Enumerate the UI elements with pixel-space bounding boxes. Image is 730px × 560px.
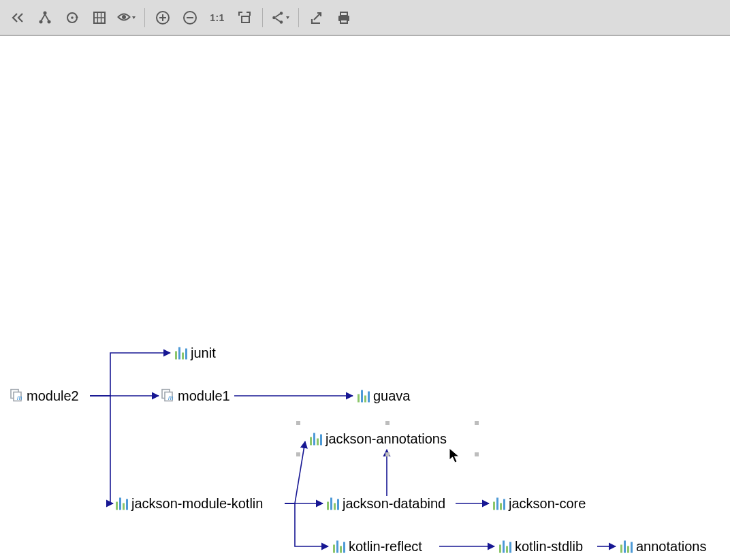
svg-point-0 [44,11,47,14]
node-jackson-core[interactable]: jackson-core [492,496,586,512]
grid-icon [92,10,107,25]
toolbar-separator [144,8,145,27]
svg-point-2 [48,20,51,23]
svg-marker-13 [132,16,136,19]
edge-module2-junit [90,353,170,396]
find-cycle-button[interactable] [59,4,86,31]
svg-text:m: m [168,394,174,401]
node-junit[interactable]: junit [174,345,216,361]
library-icon [174,347,189,359]
toolbar: 1:1 [0,0,730,36]
node-label: jackson-annotations [326,431,447,447]
toolbar-group-zoom: 1:1 [149,0,258,35]
svg-point-1 [39,20,43,23]
library-icon [115,497,130,510]
library-icon [326,497,341,510]
toolbar-separator [298,8,299,27]
node-label: jackson-databind [343,496,445,512]
dependency-diagram[interactable]: m module2 m module1 junit guava jackson [0,36,730,560]
svg-line-26 [314,13,321,20]
node-kotlin-reflect[interactable]: kotlin-reflect [332,539,422,555]
module-icon: m [10,388,25,403]
node-label: jackson-module-kotlin [131,496,263,512]
module-icon: m [161,388,176,403]
zoom-out-icon [182,10,197,25]
node-label: annotations [636,539,706,555]
chevrons-left-icon [10,10,25,25]
cycle-icon [65,10,80,25]
node-label: module2 [27,388,79,404]
mouse-cursor-icon [449,448,461,467]
svg-text:m: m [17,394,22,401]
edge-jackson-module-kotlin-jackson-annotations [285,441,305,503]
svg-line-23 [276,14,281,17]
library-icon [492,497,507,510]
node-module2[interactable]: m module2 [10,388,79,404]
toolbar-group-structure [267,0,294,35]
node-label: jackson-core [509,496,586,512]
node-jackson-databind[interactable]: jackson-databind [326,496,445,512]
export-icon [309,10,324,25]
node-module1[interactable]: m module1 [161,388,230,404]
edges-layer [0,36,730,560]
fit-content-button[interactable] [231,4,258,31]
edge-jackson-module-kotlin-kotlin-reflect [285,503,328,546]
selected-nodes-icon [37,10,52,25]
print-icon [336,10,351,25]
library-icon [620,540,635,553]
node-jackson-module-kotlin[interactable]: jackson-module-kotlin [115,496,263,512]
node-kotlin-stdlib[interactable]: kotlin-stdlib [498,539,583,555]
actual-size-button[interactable]: 1:1 [204,4,231,31]
library-icon [332,540,347,553]
node-annotations[interactable]: annotations [620,539,706,555]
node-label: junit [191,345,216,361]
svg-marker-25 [286,16,289,19]
node-guava[interactable]: guava [357,388,411,404]
library-icon [309,433,324,445]
library-icon [498,540,513,553]
svg-point-7 [71,16,74,19]
toolbar-group-export [303,0,358,35]
node-label: kotlin-stdlib [515,539,583,555]
layout-grid-button[interactable] [86,4,113,31]
zoom-in-button[interactable] [149,4,176,31]
svg-rect-19 [242,16,249,22]
toolbar-separator [262,8,263,27]
svg-rect-29 [340,20,347,23]
show-selected-nodes-button[interactable] [31,4,59,31]
zoom-out-button[interactable] [176,4,204,31]
svg-line-24 [276,18,281,22]
svg-rect-28 [340,12,347,16]
visibility-menu-button[interactable] [113,4,140,31]
share-icon [271,10,290,25]
zoom-in-icon [155,10,170,25]
node-label: guava [373,388,411,404]
svg-point-12 [122,15,126,19]
fit-icon [237,10,252,25]
collapse-toolbar-button[interactable] [4,4,31,31]
eye-icon [117,10,136,25]
print-button[interactable] [330,4,358,31]
export-button[interactable] [303,4,330,31]
svg-line-4 [45,14,48,20]
actual-size-label: 1:1 [210,12,225,23]
node-label: kotlin-reflect [349,539,422,555]
node-label: module1 [178,388,230,404]
structure-menu-button[interactable] [267,4,294,31]
svg-marker-6 [76,16,79,18]
library-icon [357,390,372,402]
toolbar-group-left [4,0,140,35]
svg-line-3 [42,14,45,20]
node-jackson-annotations[interactable]: jackson-annotations [309,431,447,447]
edge-module2-jackson-module-kotlin [90,396,113,503]
